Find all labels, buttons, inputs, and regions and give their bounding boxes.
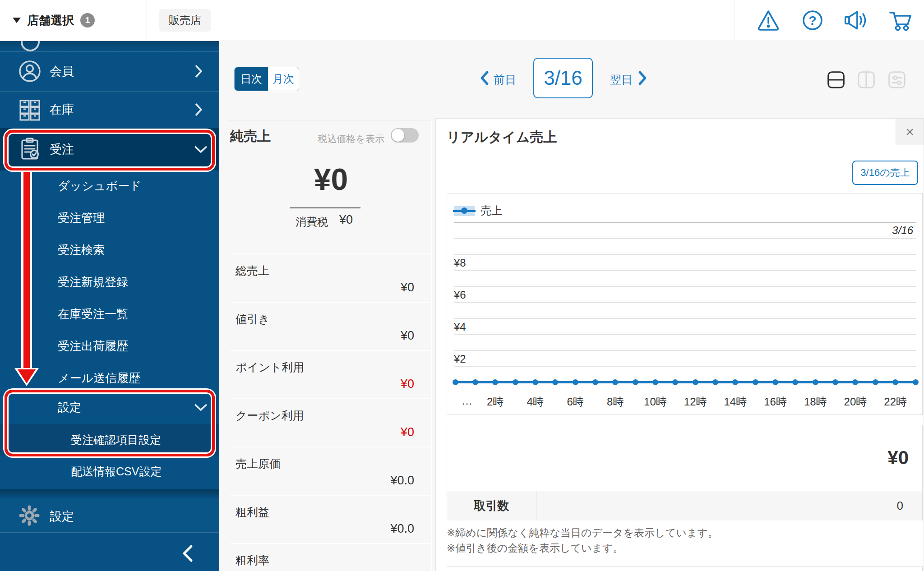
next-day-button[interactable]: 翌日	[610, 72, 633, 87]
stat-value: ¥0	[401, 425, 414, 439]
cart-icon[interactable]	[888, 8, 912, 32]
store-tab[interactable]: 販売店	[159, 9, 211, 32]
sidebar-subitem-order-management[interactable]: 受注管理	[0, 202, 219, 234]
x-axis-tick: 8時	[597, 395, 633, 409]
data-point	[453, 379, 458, 385]
sales-chart: 売上 3/16 ¥8¥6¥4¥2…2時4時6時8時10時12時14時16時18時…	[447, 193, 923, 415]
stat-label: 粗利率	[236, 553, 269, 568]
stat-row-coupons-used: クーポン利用 ¥0	[230, 398, 431, 447]
gridline	[454, 302, 916, 303]
y-axis-tick: ¥2	[454, 353, 466, 365]
data-point	[813, 379, 818, 385]
summary-amount: ¥0	[447, 447, 909, 469]
megaphone-icon[interactable]	[843, 8, 867, 32]
tax-included-toggle[interactable]	[391, 128, 419, 143]
app-root: 店舗選択 1 販売店 ?	[0, 0, 924, 571]
horizontal-split-layout-icon[interactable]	[827, 71, 845, 89]
gridline	[454, 254, 916, 255]
vertical-split-layout-icon[interactable]	[857, 71, 875, 89]
net-sales-title: 純売上	[230, 127, 271, 146]
sidebar-subitem-order-search[interactable]: 受注検索	[0, 234, 219, 266]
close-icon[interactable]: ×	[896, 119, 924, 145]
sidebar-subitem-dashboard[interactable]: ダッシュボード	[0, 170, 219, 202]
stat-label: ポイント利用	[236, 360, 304, 375]
data-point	[852, 379, 858, 385]
sidebar-subitem-stock-orders[interactable]: 在庫受注一覧	[0, 298, 219, 330]
data-point	[672, 379, 678, 385]
data-point	[792, 379, 798, 385]
chevron-right-icon	[194, 103, 203, 116]
stat-value: ¥0.0	[390, 522, 414, 536]
y-axis-tick: ¥6	[454, 289, 466, 301]
transaction-count-label: 取引数	[447, 491, 536, 520]
data-point	[592, 379, 598, 385]
chevron-down-icon	[194, 145, 208, 154]
data-point	[532, 379, 538, 385]
data-point	[552, 379, 558, 385]
data-point	[753, 379, 758, 385]
sidebar-item-members[interactable]: 会員	[0, 51, 219, 91]
net-sales-divider	[290, 207, 360, 208]
sidebar-item-label: 在庫	[50, 101, 74, 118]
x-axis-tick: 2時	[477, 395, 513, 409]
x-axis-tick: 14時	[717, 395, 753, 409]
y-axis-tick: ¥8	[454, 257, 466, 269]
x-axis-tick: 22時	[878, 395, 914, 409]
sidebar-collapse-icon[interactable]	[180, 543, 199, 563]
alert-icon[interactable]	[756, 8, 781, 32]
data-point	[892, 379, 898, 385]
gear-icon	[19, 505, 40, 526]
header-divider	[147, 0, 147, 41]
sidebar-item-inventory[interactable]: 在庫	[0, 91, 219, 128]
stat-label: 値引き	[236, 312, 270, 327]
prev-day-chevron-icon[interactable]	[479, 70, 492, 86]
sidebar-subitem-order-new[interactable]: 受注新規登録	[0, 266, 219, 298]
settings-group-label: 設定	[58, 400, 81, 415]
data-point	[492, 379, 498, 385]
data-point	[573, 379, 578, 385]
gridline	[454, 270, 916, 271]
gridline	[454, 366, 916, 367]
sidebar-subitem-shipping-history[interactable]: 受注出荷履歴	[0, 330, 219, 362]
stat-value: ¥0.0	[390, 474, 414, 488]
sidebar-subitem-order-confirm-settings[interactable]: 受注確認項目設定	[0, 424, 219, 456]
footnote: ※締めに関係なく純粋な当日のデータを表示しています。	[447, 526, 718, 540]
date-selector[interactable]: 3/16	[533, 58, 593, 98]
stats-top-border	[228, 120, 432, 120]
data-point	[652, 379, 658, 385]
sidebar-item-settings[interactable]: 設定	[0, 498, 219, 532]
order-clipboard-icon	[18, 137, 42, 161]
y-axis-tick: ¥4	[454, 321, 466, 333]
help-icon[interactable]: ?	[800, 8, 825, 32]
sidebar-item-orders[interactable]: 受注	[0, 128, 219, 170]
display-settings-sliders-icon[interactable]	[888, 71, 906, 89]
gridline	[454, 222, 916, 223]
caret-down-icon	[13, 18, 21, 23]
data-point	[913, 379, 919, 385]
net-sales-amount: ¥0	[230, 161, 432, 197]
transaction-count-value: 0	[536, 491, 922, 520]
stat-row-discount: 値引き ¥0	[230, 302, 431, 350]
svg-text:?: ?	[808, 14, 816, 28]
next-day-chevron-icon[interactable]	[637, 70, 650, 86]
data-point	[732, 379, 738, 385]
sidebar-subitem-delivery-csv-settings[interactable]: 配送情報CSV設定	[0, 456, 219, 487]
stat-label: クーポン利用	[236, 408, 304, 423]
monthly-toggle-button[interactable]: 月次	[268, 67, 299, 91]
sales-summary-box: ¥0 取引数 0	[447, 425, 923, 520]
store-select-dropdown[interactable]: 店舗選択 1	[13, 0, 95, 41]
tax-toggle-label: 税込価格を表示	[280, 133, 384, 145]
data-point	[832, 379, 838, 385]
sidebar-subgroup-settings[interactable]: 設定	[0, 391, 219, 424]
date-sales-button[interactable]: 3/16の売上	[852, 161, 918, 185]
legend-dot-marker	[461, 207, 467, 214]
gridline	[454, 334, 916, 335]
daily-toggle-button[interactable]: 日次	[235, 67, 268, 91]
next-panel-peek	[447, 566, 923, 571]
toggle-knob	[392, 129, 404, 142]
store-count-badge: 1	[80, 13, 95, 28]
header-right-divider	[735, 0, 735, 41]
sidebar-item-label: 会員	[50, 63, 74, 79]
prev-day-button[interactable]: 前日	[494, 72, 516, 87]
gridline	[454, 350, 916, 351]
